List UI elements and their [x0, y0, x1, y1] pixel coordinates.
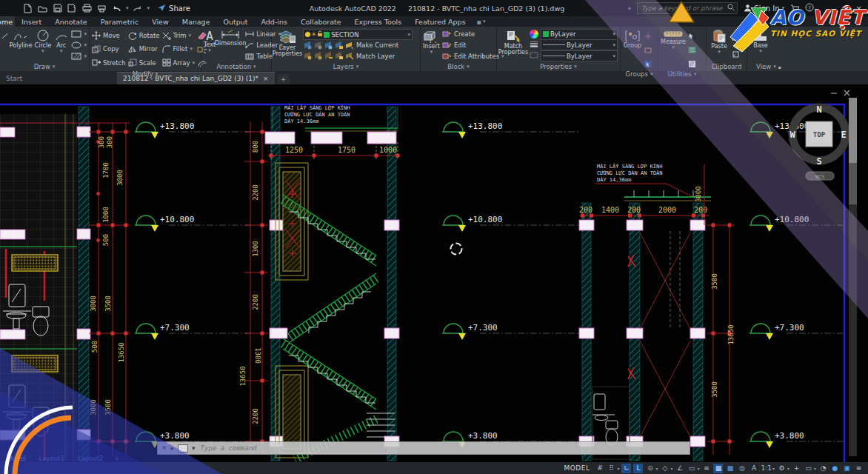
scale-button[interactable]: Scale — [128, 58, 160, 68]
tab-add-ins[interactable]: Add-ins — [254, 16, 293, 27]
command-input[interactable] — [199, 444, 686, 453]
viewcube-west[interactable]: W — [789, 130, 795, 140]
print-button[interactable] — [96, 3, 107, 13]
help-icon[interactable]: ? — [805, 3, 814, 13]
transparency-icon[interactable]: ▦ — [713, 464, 723, 473]
iso-dropdown-icon[interactable]: ▾ — [670, 466, 672, 471]
tab-start[interactable]: Start — [0, 73, 28, 84]
text-dropdown-icon[interactable]: ▾ — [208, 48, 211, 53]
object-snap-tracking-icon[interactable]: ∠ — [675, 464, 684, 473]
command-recent-icon[interactable] — [178, 444, 188, 453]
app-store-icon[interactable] — [790, 4, 799, 13]
annotation-monitor-icon[interactable]: + — [792, 464, 801, 473]
viewcube-south[interactable]: S — [816, 156, 821, 167]
edit-block-button[interactable]: Edit — [442, 40, 504, 50]
redo-button[interactable] — [133, 3, 144, 13]
scale-dropdown-icon[interactable]: ▾ — [772, 466, 775, 471]
lineweight-dropdown[interactable]: ByLayer▾ — [541, 39, 618, 50]
create-block-button[interactable]: Create — [442, 29, 504, 39]
search-expand-icon[interactable]: ▸ — [629, 5, 632, 11]
vertical-scrollbar[interactable] — [849, 98, 857, 456]
graphics-performance-icon[interactable]: ● — [830, 464, 840, 473]
selection-cycling-icon[interactable]: ▩ — [725, 464, 735, 473]
clean-screen-icon[interactable]: ▣ — [842, 464, 852, 473]
save-button[interactable] — [52, 3, 63, 13]
tab-insert[interactable]: Insert — [15, 16, 48, 27]
panel-view-label[interactable]: View▾▪ — [747, 62, 790, 71]
polar-dropdown-icon[interactable]: ▾ — [655, 466, 658, 471]
copy-clip-icon[interactable] — [732, 30, 740, 44]
dynamic-input-icon[interactable]: ◎ — [737, 464, 747, 473]
tab-express-tools[interactable]: Express Tools — [348, 16, 409, 27]
save-as-button[interactable] — [67, 3, 78, 13]
layer-freeze-icon[interactable]: ☀ — [311, 31, 316, 38]
units-dropdown-icon[interactable]: ▾ — [814, 466, 816, 471]
open-file-button[interactable] — [37, 3, 48, 13]
restore-button[interactable]: ▢ — [841, 4, 848, 13]
scrollbar-thumb[interactable] — [849, 98, 857, 163]
group-button[interactable]: Group — [623, 28, 642, 70]
close-button[interactable]: × — [856, 4, 862, 13]
panel-annotation-label[interactable]: Annotation▾ — [201, 62, 271, 71]
panel-modify-label[interactable]: Modify▾ — [90, 70, 201, 78]
layer-thaw-icon[interactable] — [313, 52, 323, 60]
model-space-label[interactable]: MODEL — [564, 464, 590, 472]
tab-parametric[interactable]: Parametric — [94, 16, 145, 27]
layer-lock-icon[interactable] — [317, 30, 323, 39]
tab-manage[interactable]: Manage — [176, 16, 217, 27]
drawing-canvas[interactable]: 300 300 1700 1000 500 3000 3000 500 3000… — [0, 84, 868, 462]
panel-properties-label[interactable]: Properties▾ — [497, 62, 620, 71]
match-layer-button[interactable]: Match Layer — [356, 53, 395, 60]
layer-off-icon[interactable] — [303, 41, 313, 50]
object-color-dropdown[interactable]: ByLayer▾ — [541, 29, 618, 40]
ortho-mode-icon[interactable]: L — [633, 464, 643, 473]
isolate-objects-icon[interactable]: ◔ — [818, 464, 828, 473]
layer-freeze-tool-icon[interactable] — [324, 41, 333, 50]
layer-on-icon[interactable] — [305, 32, 310, 37]
minimize-button[interactable]: – — [830, 4, 834, 13]
tab-home[interactable]: Home — [0, 16, 15, 27]
id-point-icon[interactable] — [688, 56, 696, 70]
tab-annotate[interactable]: Annotate — [48, 16, 93, 27]
cut-clip-icon[interactable] — [732, 47, 740, 61]
fillet-button[interactable]: Fillet▾ — [162, 44, 195, 54]
snap-mode-icon[interactable]: ⠿ — [607, 464, 616, 473]
linetype-dropdown[interactable]: ByLayer▾ — [541, 50, 618, 61]
line-button[interactable] — [2, 28, 7, 62]
mirror-button[interactable]: Mirror — [128, 44, 160, 54]
layer-color-swatch[interactable] — [324, 32, 330, 38]
sign-in-button[interactable]: Sign In ▾ — [744, 4, 784, 13]
make-current-button[interactable]: Make Current — [356, 41, 398, 49]
trim-button[interactable]: Trim▾ — [162, 30, 195, 41]
dimension-button[interactable]: Dimension — [218, 28, 243, 62]
ellipse-button[interactable]: ▾ — [71, 40, 87, 50]
edit-attributes-button[interactable]: Edit Attributes▾ — [442, 51, 504, 61]
snap-dropdown-icon[interactable]: ▾ — [617, 466, 619, 471]
ungroup-icon[interactable] — [644, 28, 652, 42]
measure-button[interactable]: Measure▾ — [661, 28, 686, 70]
undo-button[interactable] — [111, 3, 122, 13]
annotation-scale-button[interactable]: 1:1 — [761, 464, 771, 473]
tab-featured-apps[interactable]: Featured Apps — [408, 16, 472, 27]
command-line[interactable]: ✕ ▸ ▾ — [157, 441, 690, 455]
share-button[interactable]: Share — [157, 4, 190, 13]
command-customize-icon[interactable]: ▸ — [171, 445, 175, 452]
undo-dropdown-icon[interactable]: ▾ — [126, 5, 129, 11]
panel-groups-label[interactable]: Groups▾ — [621, 70, 658, 78]
rectangle-button[interactable]: ▾ — [71, 29, 87, 39]
paste-button[interactable]: Paste▾ — [709, 28, 730, 62]
arc-dropdown-icon[interactable]: ▾ — [60, 49, 63, 54]
command-close-icon[interactable]: ✕ — [161, 445, 167, 452]
match-properties-button[interactable]: Match Properties — [499, 28, 527, 62]
text-button[interactable]: AText▾ — [204, 28, 216, 62]
layer-unlock-icon[interactable] — [303, 52, 313, 60]
tab-view[interactable]: View — [145, 16, 176, 27]
object-snap-icon[interactable]: ▭ — [687, 464, 696, 473]
isometric-drafting-icon[interactable]: ◇ — [660, 464, 670, 473]
table-button[interactable]: Table — [245, 51, 273, 61]
rotate-button[interactable]: Rotate — [128, 30, 160, 41]
panel-block-label[interactable]: Block▾ — [421, 62, 496, 71]
grid-icon[interactable]: # — [595, 464, 604, 473]
new-layout-icon[interactable]: + — [110, 455, 124, 462]
array-button[interactable]: Array▾ — [162, 58, 195, 68]
